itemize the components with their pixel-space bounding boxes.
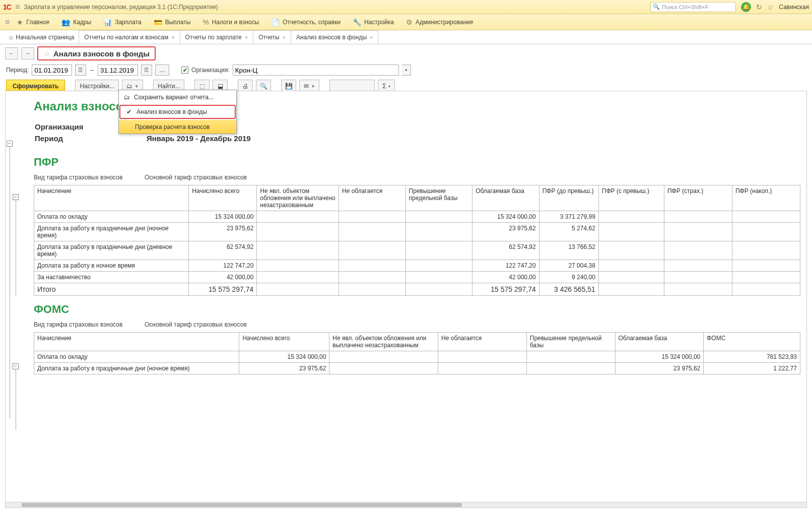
close-icon[interactable]: ×	[283, 34, 286, 40]
sigma-icon: Σ	[382, 83, 386, 90]
history-icon[interactable]: ↻	[756, 3, 762, 11]
hamburger-icon[interactable]: ≡	[15, 3, 20, 12]
nav-back-button[interactable]: ←	[5, 47, 18, 59]
menu-settings-label: Настройка	[364, 19, 394, 26]
tab-contrib-analysis[interactable]: Анализ взносов в фонды×	[291, 30, 378, 44]
tab-label: Отчеты	[258, 34, 279, 41]
org-label: Организация:	[191, 67, 230, 74]
current-user[interactable]: Савинская	[779, 4, 809, 11]
home-icon: ⌂	[9, 34, 13, 41]
date-from-input[interactable]	[32, 65, 72, 76]
chevron-down-icon: ▼	[311, 84, 315, 89]
menu-admin-label: Администрирование	[416, 19, 473, 26]
dd-save-variant[interactable]: 🗂Сохранить вариант отчета...	[119, 90, 236, 95]
menu-salary[interactable]: 📊Зарплата	[98, 16, 147, 28]
search-icon: 🔍	[653, 4, 660, 10]
tab-label: Отчеты по зарплате	[185, 34, 242, 41]
menu-hr[interactable]: 👥Кадры	[56, 16, 96, 28]
menu-payments[interactable]: 💳Выплаты	[149, 16, 196, 28]
global-search[interactable]: 🔍 Поиск Ctrl+Shift+F	[650, 2, 736, 12]
calendar-to-button[interactable]: 🗓	[141, 65, 152, 76]
tab-reports[interactable]: Отчеты×	[253, 30, 291, 44]
dash: –	[89, 67, 95, 74]
app-title: Зарплата и управление персоналом, редакц…	[24, 4, 218, 11]
close-icon[interactable]: ×	[171, 34, 174, 40]
app-topbar: 1C ≡ Зарплата и управление персоналом, р…	[0, 0, 812, 14]
org-checkbox[interactable]: ✔	[181, 67, 188, 74]
chevron-down-icon: ▼	[134, 84, 139, 89]
notifications-icon[interactable]: 🔔	[741, 2, 751, 12]
percent-icon: %	[202, 18, 209, 26]
main-menu: ≡ ★Главное 👥Кадры 📊Зарплата 💳Выплаты %На…	[0, 14, 812, 30]
tab-taxes-reports[interactable]: Отчеты по налогам и взносам×	[79, 30, 180, 44]
date-to-input[interactable]	[98, 65, 138, 76]
menu-reports[interactable]: 📄Отчетность, справки	[266, 16, 346, 28]
tab-label: Отчеты по налогам и взносам	[84, 34, 168, 41]
period-label: Период:	[6, 67, 29, 74]
people-icon: 👥	[61, 18, 70, 26]
org-dropdown-button[interactable]: ▾	[402, 65, 411, 76]
doc-icon: 📄	[271, 18, 280, 26]
nav-row: ← → ☆ Анализ взносов в фонды	[0, 44, 812, 62]
variants-icon: 🗂	[126, 83, 132, 90]
star-icon: ★	[17, 18, 23, 26]
period-picker-button[interactable]: …	[155, 65, 169, 76]
tab-salary-reports[interactable]: Отчеты по зарплате×	[180, 30, 254, 44]
menu-reports-label: Отчетность, справки	[283, 19, 341, 26]
menu-taxes-label: Налоги и взносы	[212, 19, 259, 26]
menu-hr-label: Кадры	[73, 19, 91, 26]
close-icon[interactable]: ×	[245, 34, 248, 40]
menu-settings[interactable]: 🔧Настройка	[348, 16, 399, 28]
sections-icon[interactable]: ≡	[5, 18, 10, 27]
params-row: Период: 🗓 – 🗓 … ✔ Организация: ▾	[0, 62, 812, 78]
card-icon: 💳	[154, 18, 162, 26]
menu-main[interactable]: ★Главное	[12, 16, 54, 28]
menu-payments-label: Выплаты	[165, 19, 191, 26]
org-input[interactable]	[233, 65, 399, 76]
open-tabs: ⌂Начальная страница Отчеты по налогам и …	[0, 30, 812, 44]
mail-icon: ✉	[304, 83, 309, 90]
page-title: Анализ взносов в фонды	[53, 49, 150, 58]
gear-icon: ⚙	[406, 18, 413, 26]
save-variant-icon: 🗂	[124, 94, 130, 95]
menu-salary-label: Зарплата	[115, 19, 142, 26]
menu-main-label: Главное	[26, 19, 49, 26]
dd-save-label: Сохранить вариант отчета...	[134, 94, 214, 95]
wrench-icon: 🔧	[353, 18, 361, 26]
title-highlight: ☆ Анализ взносов в фонды	[37, 46, 156, 60]
favorite-star-icon[interactable]: ☆	[43, 49, 50, 58]
tab-home-label: Начальная страница	[16, 34, 74, 41]
find-button-label: Найти...	[158, 83, 180, 90]
close-icon[interactable]: ×	[370, 34, 373, 40]
menu-admin[interactable]: ⚙Администрирование	[401, 16, 478, 28]
favorite-icon[interactable]: ☆	[767, 3, 774, 11]
logo-1c: 1C	[3, 3, 11, 11]
tab-label: Анализ взносов в фонды	[296, 34, 367, 41]
search-placeholder: Поиск Ctrl+Shift+F	[662, 4, 708, 10]
variants-dropdown: 🗂Сохранить вариант отчета... ✔Анализ взн…	[118, 90, 237, 95]
calendar-from-button[interactable]: 🗓	[75, 65, 86, 76]
chart-icon: 📊	[103, 18, 112, 26]
tab-home[interactable]: ⌂Начальная страница	[4, 30, 79, 44]
menu-taxes[interactable]: %Налоги и взносы	[197, 16, 264, 28]
chevron-down-icon: ▾	[388, 84, 390, 89]
settings-button-label: Настройки...	[80, 83, 114, 90]
nav-forward-button[interactable]: →	[21, 47, 34, 59]
